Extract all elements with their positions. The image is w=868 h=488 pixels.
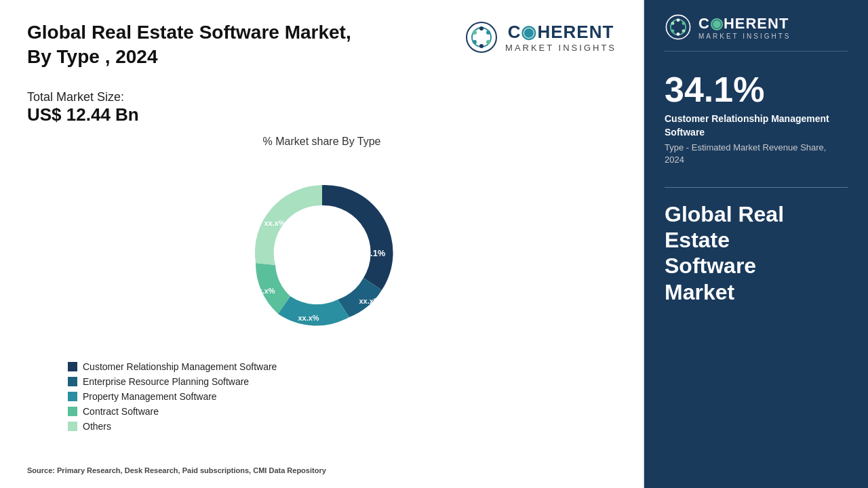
legend-color-property xyxy=(68,392,77,401)
svg-point-8 xyxy=(283,214,361,292)
left-panel: Global Real Estate Software Market, By T… xyxy=(0,0,644,488)
legend: Customer Relationship Management Softwar… xyxy=(68,361,277,432)
market-size-label: Total Market Size: xyxy=(27,90,616,104)
svg-text:xx.x%: xx.x% xyxy=(264,219,285,227)
svg-point-21 xyxy=(671,22,675,25)
svg-point-4 xyxy=(486,40,490,44)
legend-item-property: Property Management Software xyxy=(68,391,277,402)
source-label: Source: xyxy=(27,466,55,474)
global-title-line3: Software xyxy=(665,253,756,278)
svg-point-19 xyxy=(677,33,680,36)
legend-label-property: Property Management Software xyxy=(83,391,217,402)
right-mi-label: MARKET INSIGHTS xyxy=(698,33,791,40)
highlight-sub: Type - Estimated Market Revenue Share, 2… xyxy=(665,142,848,166)
svg-point-16 xyxy=(677,18,680,22)
source-block: Source: Primary Research, Desk Research,… xyxy=(27,460,616,474)
svg-text:xx.x%: xx.x% xyxy=(359,297,380,305)
svg-point-3 xyxy=(486,30,490,35)
logo-area: C◉HERENT MARKET INSIGHTS xyxy=(465,20,616,54)
market-size-value: US$ 12.44 Bn xyxy=(27,104,616,125)
svg-point-7 xyxy=(473,30,477,35)
svg-text:xx.x%: xx.x% xyxy=(254,287,275,295)
market-size-block: Total Market Size: US$ 12.44 Bn xyxy=(27,90,616,125)
svg-text:34.1%: 34.1% xyxy=(360,248,385,258)
market-insights-label: MARKET INSIGHTS xyxy=(505,43,616,54)
main-title: Global Real Estate Software Market, By T… xyxy=(27,20,353,70)
svg-point-2 xyxy=(479,26,484,30)
right-logo-icon xyxy=(665,14,692,41)
coherent-logo-icon xyxy=(465,20,498,54)
legend-label-others: Others xyxy=(83,421,111,432)
svg-point-17 xyxy=(682,22,686,25)
highlight-label: Customer Relationship Management Softwar… xyxy=(665,113,848,139)
legend-item-contract: Contract Software xyxy=(68,406,277,417)
right-divider xyxy=(665,187,848,188)
legend-label-crm: Customer Relationship Management Softwar… xyxy=(83,361,277,372)
global-real-estate-title: Global Real Estate Software Market xyxy=(665,201,848,306)
global-title-line2: Estate xyxy=(665,228,730,252)
legend-color-crm xyxy=(68,362,77,371)
donut-svg: 34.1% xx.x% xx.x% xx.x% xx.x% xyxy=(227,158,417,348)
right-logo-text: C◉HERENT MARKET INSIGHTS xyxy=(698,15,791,40)
legend-color-erp xyxy=(68,377,77,386)
legend-item-others: Others xyxy=(68,421,277,432)
legend-label-contract: Contract Software xyxy=(83,406,159,417)
chart-area: % Market share By Type 34.1% xx.x% xyxy=(27,132,616,460)
donut-chart: 34.1% xx.x% xx.x% xx.x% xx.x% xyxy=(227,158,417,348)
legend-item-erp: Enterprise Resource Planning Software xyxy=(68,376,277,387)
chart-title: % Market share By Type xyxy=(263,136,381,148)
svg-point-5 xyxy=(479,44,484,48)
big-percent: 34.1% xyxy=(665,72,848,107)
legend-label-erp: Enterprise Resource Planning Software xyxy=(83,376,249,387)
legend-item-crm: Customer Relationship Management Softwar… xyxy=(68,361,277,372)
legend-color-contract xyxy=(68,407,77,416)
right-panel: C◉HERENT MARKET INSIGHTS 34.1% Customer … xyxy=(644,0,868,488)
global-title-line1: Global Real xyxy=(665,202,784,226)
svg-point-6 xyxy=(473,40,477,44)
svg-point-20 xyxy=(671,29,675,33)
right-logo: C◉HERENT MARKET INSIGHTS xyxy=(665,14,848,52)
svg-point-18 xyxy=(682,29,686,33)
coherent-brand: C◉HERENT xyxy=(505,22,616,43)
right-coherent-brand: C◉HERENT xyxy=(698,15,791,33)
source-content: Primary Research, Desk Research, Paid su… xyxy=(57,466,326,474)
logo-text: C◉HERENT MARKET INSIGHTS xyxy=(505,22,616,54)
svg-text:xx.x%: xx.x% xyxy=(298,314,319,322)
global-title-line4: Market xyxy=(665,280,734,304)
legend-color-others xyxy=(68,422,77,431)
